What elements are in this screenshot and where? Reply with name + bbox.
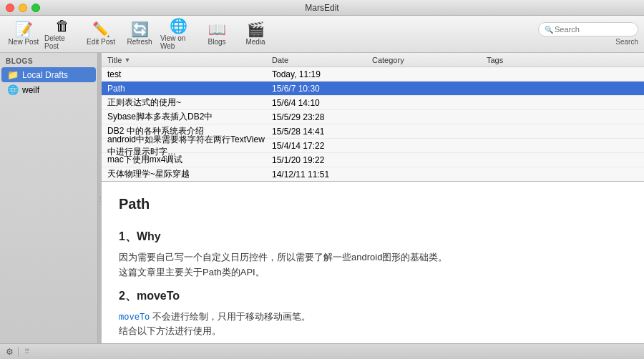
sidebar-item-local-drafts[interactable]: 📁 Local Drafts bbox=[1, 67, 96, 82]
delete-post-label: Delete Post bbox=[44, 34, 80, 50]
minimize-button[interactable] bbox=[19, 4, 27, 12]
preview-section-2-title: 2、moveTo bbox=[119, 289, 627, 304]
sidebar-item-weilf[interactable]: 🌐 weilf bbox=[1, 82, 96, 97]
post-date-cell: 15/5/28 14:41 bbox=[272, 127, 372, 137]
post-title-cell: 正则表达式的使用~ bbox=[107, 97, 272, 109]
preview-section-1-title: 1、Why bbox=[119, 230, 627, 245]
post-title-cell: Path bbox=[107, 84, 272, 94]
media-label: Media bbox=[245, 38, 265, 46]
search-input[interactable] bbox=[555, 25, 632, 34]
post-date-cell: 15/6/7 10:30 bbox=[272, 84, 372, 94]
column-category[interactable]: Category bbox=[372, 56, 487, 64]
post-row[interactable]: 正则表达式的使用~ 15/6/4 14:10 bbox=[102, 96, 644, 110]
titlebar: MarsEdit bbox=[0, 0, 644, 16]
resize-handle-icon[interactable]: ⠿ bbox=[24, 348, 29, 355]
moveto-code: moveTo bbox=[119, 312, 150, 322]
weilf-label: weilf bbox=[22, 85, 39, 95]
main-layout: BLOGS 📁 Local Drafts 🌐 weilf Title ▼ Dat… bbox=[0, 53, 644, 343]
blogs-icon: 📖 bbox=[208, 22, 226, 36]
new-post-icon: 📝 bbox=[15, 22, 33, 36]
search-icon: 🔍 bbox=[545, 26, 553, 34]
close-button[interactable] bbox=[6, 4, 14, 12]
edit-post-icon: ✏️ bbox=[92, 22, 110, 36]
search-label: Search bbox=[615, 38, 638, 46]
column-tags[interactable]: Tags bbox=[487, 56, 638, 64]
preview-title: Path bbox=[119, 196, 627, 218]
post-row[interactable]: Sybase脚本多表插入DB2中 15/5/29 23:28 bbox=[102, 110, 644, 124]
view-on-web-icon: 🌐 bbox=[170, 19, 187, 33]
new-post-label: New Post bbox=[9, 38, 39, 46]
preview-section-1-body: 因为需要自己写一个自定义日历控件，所以需要了解一些android图形的基础类。 … bbox=[119, 250, 627, 280]
post-date-cell: 14/12/11 11:51 bbox=[272, 169, 372, 180]
view-on-web-button[interactable]: 🌐 View on Web bbox=[160, 19, 196, 50]
sidebar-section-blogs: BLOGS bbox=[0, 53, 97, 67]
media-icon: 🎬 bbox=[247, 22, 265, 36]
post-rows-container: test Today, 11:19 Path 15/6/7 10:30 正则表达… bbox=[102, 67, 644, 182]
post-date-cell: Today, 11:19 bbox=[272, 69, 372, 79]
maximize-button[interactable] bbox=[31, 4, 40, 12]
post-title-cell: 天体物理学~星际穿越 bbox=[107, 168, 272, 180]
sidebar: BLOGS 📁 Local Drafts 🌐 weilf bbox=[0, 53, 98, 343]
preview-area: Path 1、Why 因为需要自己写一个自定义日历控件，所以需要了解一些andr… bbox=[102, 182, 644, 343]
delete-post-button[interactable]: 🗑 Delete Post bbox=[44, 19, 80, 50]
toolbar: 📝 New Post 🗑 Delete Post ✏️ Edit Post 🔄 … bbox=[0, 16, 644, 53]
post-date-cell: 15/6/4 14:10 bbox=[272, 98, 372, 108]
content-area: Title ▼ Date Category Tags test Today, 1… bbox=[102, 53, 644, 343]
post-row[interactable]: test Today, 11:19 bbox=[102, 67, 644, 82]
edit-post-button[interactable]: ✏️ Edit Post bbox=[83, 19, 119, 50]
refresh-label: Refresh bbox=[127, 38, 152, 46]
post-title-cell: test bbox=[107, 69, 272, 79]
column-date[interactable]: Date bbox=[272, 56, 372, 64]
window-title: MarsEdit bbox=[305, 3, 338, 13]
traffic-lights bbox=[6, 4, 40, 12]
post-title-cell: Sybase脚本多表插入DB2中 bbox=[107, 111, 272, 123]
delete-post-icon: 🗑 bbox=[55, 19, 69, 33]
local-drafts-icon: 📁 bbox=[7, 69, 19, 80]
post-list[interactable]: Title ▼ Date Category Tags test Today, 1… bbox=[102, 53, 644, 182]
post-title-cell: mac下使用mx4调试 bbox=[107, 154, 272, 166]
media-button[interactable]: 🎬 Media bbox=[238, 19, 273, 50]
status-divider bbox=[18, 347, 19, 357]
preview-section-2-body: moveTo 不会进行绘制，只用于移动移动画笔。 结合以下方法进行使用。 bbox=[119, 310, 627, 340]
search-area: 🔍 Search bbox=[538, 22, 638, 46]
new-post-button[interactable]: 📝 New Post bbox=[6, 19, 42, 50]
post-date-cell: 15/1/20 19:22 bbox=[272, 155, 372, 165]
local-drafts-label: Local Drafts bbox=[22, 70, 68, 80]
blogs-button[interactable]: 📖 Blogs bbox=[199, 19, 235, 50]
post-row[interactable]: Path 15/6/7 10:30 bbox=[102, 82, 644, 96]
blogs-label: Blogs bbox=[208, 38, 225, 46]
post-date-cell: 15/4/14 17:22 bbox=[272, 141, 372, 151]
search-box[interactable]: 🔍 bbox=[538, 22, 638, 36]
statusbar: ⚙ ⠿ bbox=[0, 343, 644, 359]
refresh-icon: 🔄 bbox=[131, 22, 149, 36]
sort-arrow-icon: ▼ bbox=[124, 56, 130, 64]
post-date-cell: 15/5/29 23:28 bbox=[272, 112, 372, 122]
post-list-header: Title ▼ Date Category Tags bbox=[102, 53, 644, 67]
weilf-icon: 🌐 bbox=[7, 84, 19, 95]
gear-icon[interactable]: ⚙ bbox=[6, 347, 14, 357]
post-row[interactable]: android中如果需要将字符在两行TextView中进行显示时字… 15/4/… bbox=[102, 139, 644, 153]
view-on-web-label: View on Web bbox=[160, 34, 196, 50]
refresh-button[interactable]: 🔄 Refresh bbox=[122, 19, 157, 50]
post-row[interactable]: 天体物理学~星际穿越 14/12/11 11:51 bbox=[102, 167, 644, 182]
column-title[interactable]: Title ▼ bbox=[107, 56, 272, 64]
edit-post-label: Edit Post bbox=[87, 38, 115, 46]
post-row[interactable]: mac下使用mx4调试 15/1/20 19:22 bbox=[102, 153, 644, 167]
